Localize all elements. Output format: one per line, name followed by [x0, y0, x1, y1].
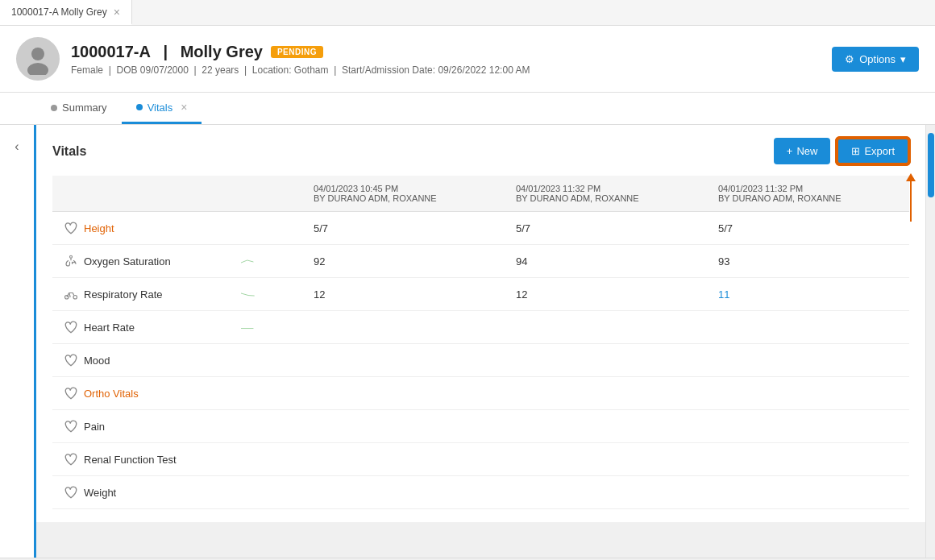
vital-name-text: Height [84, 222, 114, 234]
main-content: ‹ Vitals + New ⊞ Export [0, 125, 935, 558]
col-label-header [52, 176, 230, 212]
vital-icon [64, 452, 78, 467]
vital-val1-cell [302, 410, 505, 443]
vital-icon [64, 254, 78, 268]
heart-icon [64, 452, 78, 467]
vital-val3-cell [707, 443, 909, 476]
avatar [16, 37, 60, 81]
svg-point-4 [73, 296, 77, 300]
vital-name-text: Ortho Vitals [84, 388, 139, 400]
tab-summary[interactable]: Summary [36, 93, 122, 123]
summary-dot [51, 105, 57, 111]
vital-val2-cell [505, 476, 707, 509]
content-area: Vitals + New ⊞ Export [36, 125, 925, 522]
patient-name-heading: 1000017-A | Molly Grey PENDING [71, 43, 530, 61]
vital-val1-cell: 12 [302, 278, 505, 311]
vital-chart-cell [230, 377, 302, 410]
vital-icon [64, 320, 78, 334]
vital-name-cell: Pain [64, 419, 218, 433]
col-val1-header: 04/01/2023 10:45 PM BY DURANO ADM, ROXAN… [302, 176, 505, 212]
lung-icon [64, 254, 78, 268]
vital-val3-cell: 93 [707, 245, 909, 278]
table-row: Mood [52, 344, 909, 377]
avatar-icon [22, 43, 54, 75]
patient-admission: Start/Admission Date: 09/26/2022 12:00 A… [342, 64, 530, 76]
export-button[interactable]: ⊞ Export [837, 138, 909, 164]
vital-chart-cell [230, 278, 302, 311]
tab-close-icon[interactable]: × [114, 6, 120, 18]
tab-vitals[interactable]: Vitals × [122, 93, 202, 124]
table-row: Height 5/7 5/7 5/7 [52, 212, 909, 245]
scroll-thumb[interactable] [928, 133, 934, 197]
heart-icon [64, 221, 78, 235]
patient-name: Molly Grey [181, 43, 263, 61]
vital-val2-cell [505, 311, 707, 344]
col3-by: BY DURANO ADM, ROXANNE [718, 193, 898, 203]
vital-val1-cell [302, 311, 505, 344]
vital-name-cell: Weight [64, 485, 218, 500]
patient-dob: DOB 09/07/2000 [116, 64, 188, 76]
table-row: Respiratory Rate 12 12 11 [52, 278, 909, 311]
sparkline-flat [241, 320, 256, 334]
vital-name-cell: Height [64, 221, 218, 235]
vital-name-cell: Heart Rate [64, 320, 218, 334]
right-scrollbar[interactable] [925, 125, 935, 558]
heart-icon [64, 386, 78, 400]
patient-header: 1000017-A | Molly Grey PENDING Female | … [0, 26, 935, 93]
vital-val1-cell: 5/7 [302, 212, 505, 245]
vitals-tab-close-icon[interactable]: × [181, 101, 187, 114]
vital-val2-cell [505, 443, 707, 476]
vital-val2-cell [505, 344, 707, 377]
patient-age: 22 years [202, 64, 239, 76]
vital-val3-cell [707, 344, 909, 377]
table-row: Ortho Vitals [52, 377, 909, 410]
vital-val2-cell: 5/7 [505, 212, 707, 245]
chevron-down-icon: ▾ [900, 53, 906, 65]
vital-name-text: Oxygen Saturation [84, 255, 171, 268]
vital-val3-cell: 5/7 [707, 212, 909, 245]
vital-name-cell[interactable]: Ortho Vitals [64, 386, 218, 400]
vital-name-cell: Oxygen Saturation [64, 254, 218, 268]
vitals-tab-label: Vitals [148, 102, 173, 114]
sparkline-down [241, 287, 256, 301]
svg-point-2 [70, 255, 73, 258]
vital-val1-cell [302, 443, 505, 476]
col1-date: 04/01/2023 10:45 PM [314, 184, 493, 193]
svg-point-1 [27, 63, 48, 75]
options-button[interactable]: ⚙ Options ▾ [832, 47, 919, 72]
vitals-dot [136, 104, 143, 110]
vitals-actions: + New ⊞ Export [774, 138, 909, 164]
vital-val3-cell [707, 377, 909, 410]
heart-icon [64, 485, 78, 500]
vital-chart-cell [230, 476, 302, 509]
vital-chart-cell [230, 443, 302, 476]
plus-icon: + [787, 145, 793, 157]
patient-gender: Female [71, 64, 103, 76]
vital-name-text: Mood [84, 355, 110, 367]
export-arrow-annotation [906, 173, 916, 222]
export-label: Export [864, 145, 895, 157]
vital-val3-cell [707, 476, 909, 509]
browser-tab[interactable]: 1000017-A Molly Grey × [0, 0, 132, 25]
table-icon: ⊞ [851, 145, 860, 157]
vital-chart-cell [230, 212, 302, 245]
vital-chart-cell [230, 344, 302, 377]
left-nav-toggle[interactable]: ‹ [8, 133, 25, 160]
col2-by: BY DURANO ADM, ROXANNE [516, 193, 696, 203]
vital-icon [64, 353, 78, 367]
summary-tab-label: Summary [62, 102, 107, 114]
vital-val3-cell: 11 [707, 278, 909, 311]
vital-name-cell: Renal Function Test [64, 452, 218, 467]
status-badge: PENDING [271, 46, 323, 58]
content-wrapper: Vitals + New ⊞ Export [36, 125, 925, 558]
vital-name-text: Renal Function Test [84, 454, 177, 466]
vital-value-link[interactable]: 11 [718, 288, 729, 301]
new-button[interactable]: + New [774, 138, 831, 164]
bike-icon [64, 287, 78, 301]
options-label: Options [859, 53, 896, 65]
gear-icon: ⚙ [845, 53, 854, 65]
vital-val2-cell: 12 [505, 278, 707, 311]
arrow-line [910, 181, 912, 222]
vital-val3-cell [707, 311, 909, 344]
vital-icon [64, 386, 78, 400]
